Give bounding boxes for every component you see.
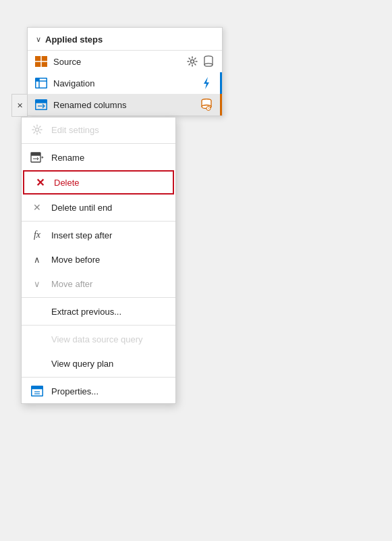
- svg-point-26: [36, 128, 39, 132]
- menu-item-rename[interactable]: Rename: [22, 145, 175, 170]
- divider-2: [22, 221, 175, 222]
- insert-step-label: Insert step after: [51, 230, 112, 240]
- menu-item-edit-settings[interactable]: Edit settings: [22, 118, 175, 142]
- step-renamed-columns-area: Renamed columns: [28, 94, 222, 115]
- menu-item-insert-step[interactable]: fx Insert step after: [22, 223, 175, 247]
- divider-5: [22, 377, 175, 378]
- steps-list: Source: [28, 51, 222, 115]
- settings-gear-icon[interactable]: [186, 55, 199, 68]
- menu-item-move-after[interactable]: ∨ Move after: [22, 272, 175, 296]
- step-label-renamed-columns: Renamed columns: [53, 100, 200, 110]
- navigation-icon: [34, 76, 48, 90]
- lightning-icon[interactable]: [200, 76, 213, 90]
- caret-up-icon: ∧: [30, 252, 45, 267]
- move-after-label: Move after: [51, 279, 92, 289]
- svg-rect-29: [31, 153, 40, 155]
- renamed-columns-icon: [34, 98, 48, 111]
- chevron-icon: ∨: [36, 35, 41, 44]
- view-datasource-icon: [30, 332, 45, 346]
- step-item-source[interactable]: Source: [28, 51, 222, 72]
- rename-icon: [30, 150, 45, 165]
- caret-down-icon: ∨: [30, 276, 45, 291]
- source-icon-svg: [35, 56, 47, 67]
- extract-previous-label: Extract previous...: [51, 307, 121, 317]
- svg-rect-16: [36, 100, 47, 103]
- source-icon: [34, 55, 48, 68]
- menu-item-move-before[interactable]: ∧ Move before: [22, 247, 175, 272]
- step-label-source: Source: [53, 57, 186, 67]
- menu-item-view-datasource[interactable]: View data source query: [22, 327, 175, 351]
- move-before-label: Move before: [51, 255, 100, 265]
- fx-icon: fx: [30, 228, 45, 242]
- step-renamed-actions: [200, 98, 213, 111]
- step-item-navigation[interactable]: Navigation: [28, 72, 222, 94]
- svg-point-3: [191, 60, 194, 63]
- view-datasource-label: View data source query: [51, 334, 143, 344]
- close-icon: ✕: [17, 101, 23, 110]
- applied-steps-panel: ∨ Applied steps Source: [27, 27, 223, 116]
- panel-title: Applied steps: [45, 34, 103, 45]
- delete-until-end-icon: ✕: [30, 200, 45, 215]
- panel-header: ∨ Applied steps: [28, 28, 222, 51]
- cylinder-clock-icon[interactable]: [200, 98, 213, 111]
- menu-item-properties[interactable]: Properties...: [22, 379, 175, 403]
- delete-label: Delete: [54, 178, 80, 188]
- step-item-renamed-columns[interactable]: Renamed columns: [28, 94, 222, 115]
- edit-settings-label: Edit settings: [51, 125, 99, 135]
- extract-previous-icon: [30, 304, 45, 319]
- step-navigation-actions: [200, 76, 213, 90]
- edit-settings-icon: [30, 122, 45, 137]
- menu-item-view-query-plan[interactable]: View query plan: [22, 351, 175, 376]
- svg-rect-33: [32, 386, 43, 390]
- properties-icon: [30, 384, 45, 398]
- divider-1: [22, 143, 175, 144]
- rename-label: Rename: [51, 153, 84, 163]
- delete-until-end-label: Delete until end: [51, 203, 112, 213]
- properties-label: Properties...: [51, 386, 99, 396]
- svg-point-6: [204, 63, 213, 66]
- step-source-actions: [186, 55, 215, 68]
- divider-4: [22, 325, 175, 326]
- divider-3: [22, 297, 175, 298]
- view-query-plan-icon: [30, 356, 45, 371]
- menu-item-delete[interactable]: ✕ Delete: [23, 170, 174, 195]
- context-menu: Edit settings: [21, 117, 176, 404]
- cylinder-icon[interactable]: [202, 55, 215, 68]
- delete-icon: ✕: [32, 175, 47, 190]
- step-label-navigation: Navigation: [53, 78, 200, 88]
- menu-item-extract-previous[interactable]: Extract previous...: [22, 299, 175, 324]
- svg-marker-13: [204, 77, 209, 89]
- menu-item-delete-until-end[interactable]: ✕ Delete until end: [22, 195, 175, 220]
- view-query-plan-label: View query plan: [51, 359, 113, 369]
- svg-rect-12: [36, 78, 39, 81]
- close-step-button[interactable]: ✕: [11, 94, 28, 117]
